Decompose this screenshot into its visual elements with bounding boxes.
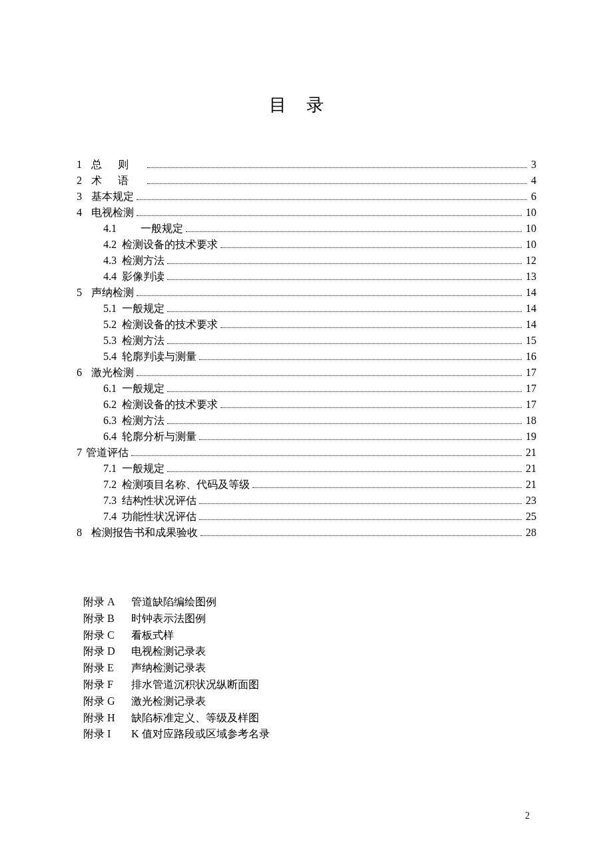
toc-leader-dots <box>167 471 522 472</box>
toc-entry: 4电视检测10 <box>77 205 536 221</box>
toc-leader-dots <box>137 375 522 376</box>
toc-entry-number: 2 <box>77 173 86 189</box>
toc-entry-number: 8 <box>77 525 86 541</box>
appendix-entry: 附录 H缺陷标准定义、等级及样图 <box>83 710 536 727</box>
toc-leader-dots <box>199 359 522 360</box>
appendix-entry: 附录 G激光检测记录表 <box>83 693 536 710</box>
toc-entry-number: 6.3 <box>103 413 117 429</box>
toc-entry-label: 总则 <box>91 157 145 173</box>
toc-leader-dots <box>137 215 522 216</box>
toc-entry-page: 10 <box>524 221 536 237</box>
appendix-entry-label: 附录 E <box>83 660 131 677</box>
toc-entry-number: 7.2 <box>103 477 117 493</box>
toc-leader-dots <box>221 327 522 328</box>
toc-entry-number: 3 <box>77 189 86 205</box>
toc-leader-dots <box>137 295 522 296</box>
toc-entry: 7.4功能性状况评估25 <box>77 509 536 525</box>
toc-entry-label: 术语 <box>91 173 145 189</box>
toc-entry: 8检测报告书和成果验收28 <box>77 525 536 541</box>
appendix-entry-label: 附录 B <box>83 611 131 627</box>
toc-entry-page: 14 <box>524 285 536 301</box>
toc-entry-page: 15 <box>524 333 536 349</box>
toc-entry-page: 4 <box>530 173 536 189</box>
appendix-entry: 附录 F排水管道沉积状况纵断面图 <box>83 677 536 693</box>
toc-entry-page: 19 <box>524 429 536 445</box>
toc-entry: 4.1一般规定10 <box>77 221 536 237</box>
toc-entry: 2术语4 <box>77 173 536 189</box>
toc-leader-dots <box>186 231 522 232</box>
toc-entry: 6激光检测17 <box>77 365 536 381</box>
appendix-entry-label: 附录 D <box>83 643 131 660</box>
toc-entry-label: 结构性状况评估 <box>122 493 197 509</box>
toc-entry-label: 轮廓判读与测量 <box>122 349 197 365</box>
toc-entry: 6.1一般规定17 <box>77 381 536 397</box>
toc-entry-number: 4.1 <box>103 221 135 237</box>
appendix-entry: 附录 E声纳检测记录表 <box>83 660 536 677</box>
toc-entry-page: 21 <box>524 461 536 477</box>
toc-entry: 5声纳检测14 <box>77 285 536 301</box>
toc-entry-number: 6.2 <box>103 397 117 413</box>
toc-leader-dots <box>221 247 522 248</box>
toc-entry-page: 3 <box>530 157 536 173</box>
toc-entry-number: 5.3 <box>103 333 117 349</box>
toc-entry-label: 一般规定 <box>122 301 165 317</box>
toc-entry-label: 检测方法 <box>122 253 165 269</box>
toc-entry-number: 6.1 <box>103 381 117 397</box>
appendix-entry: 附录 IK 值对应路段或区域参考名录 <box>83 726 536 743</box>
toc-leader-dots <box>167 311 522 312</box>
toc-entry-number: 7.3 <box>103 493 117 509</box>
appendix-entry: 附录 C看板式样 <box>83 627 536 644</box>
toc-leader-dots <box>167 423 522 424</box>
toc-entry-number: 5.2 <box>103 317 117 333</box>
toc-entry-page: 28 <box>524 525 536 541</box>
toc-leader-dots <box>147 167 527 168</box>
toc-entry-number: 1 <box>77 157 86 173</box>
toc-entry: 4.4影像判读13 <box>77 269 536 285</box>
toc-entry-page: 17 <box>524 397 536 413</box>
toc-entry-page: 14 <box>524 301 536 317</box>
toc-entry-number: 7 <box>77 445 86 461</box>
appendix-entry: 附录 A管道缺陷编绘图例 <box>83 594 536 611</box>
toc-leader-dots <box>199 519 522 520</box>
appendix-entry-label: 附录 A <box>83 594 131 611</box>
toc-entry-number: 7.1 <box>103 461 117 477</box>
toc-entry: 6.2检测设备的技术要求17 <box>77 397 536 413</box>
toc-entry-label: 管道评估 <box>86 445 129 461</box>
toc-entry: 6.4轮廓分析与测量19 <box>77 429 536 445</box>
toc-leader-dots <box>199 503 522 504</box>
toc-entry-label: 检测设备的技术要求 <box>122 317 218 333</box>
toc-entry: 7.2检测项目名称、代码及等级21 <box>77 477 536 493</box>
toc-leader-dots <box>131 455 522 456</box>
appendix-entry-title: 声纳检测记录表 <box>131 660 536 677</box>
appendix-entry: 附录 D电视检测记录表 <box>83 643 536 660</box>
toc-entry: 4.3检测方法12 <box>77 253 536 269</box>
toc-entry: 7.1一般规定21 <box>77 461 536 477</box>
toc-entry-page: 17 <box>524 365 536 381</box>
toc-entry-label: 检测方法 <box>122 413 165 429</box>
toc-entry-label: 检测设备的技术要求 <box>122 237 218 253</box>
appendix-entry-title: 时钟表示法图例 <box>131 611 536 627</box>
toc-entry-page: 12 <box>524 253 536 269</box>
toc-entry-label: 一般规定 <box>122 461 165 477</box>
appendix-entry-label: 附录 G <box>83 693 131 710</box>
toc-leader-dots <box>137 199 527 200</box>
toc-leader-dots <box>147 183 527 184</box>
toc-entry-page: 6 <box>530 189 536 205</box>
appendix-entry-label: 附录 F <box>83 677 131 693</box>
toc-leader-dots <box>167 263 522 264</box>
toc-entry-label: 检测方法 <box>122 333 165 349</box>
toc-entry-label: 激光检测 <box>91 365 134 381</box>
toc-leader-dots <box>221 407 522 408</box>
appendix-entry-label: 附录 I <box>83 726 131 743</box>
toc-entry: 3基本规定6 <box>77 189 536 205</box>
document-page: 目录 1总则32术语43基本规定64电视检测104.1一般规定104.2检测设备… <box>0 0 613 743</box>
appendix-entry: 附录 B时钟表示法图例 <box>83 611 536 627</box>
toc-entry-number: 4 <box>77 205 86 221</box>
toc-entry-label: 基本规定 <box>91 189 134 205</box>
page-number: 2 <box>525 811 530 821</box>
toc-entry-page: 21 <box>524 477 536 493</box>
toc-entry: 5.1一般规定14 <box>77 301 536 317</box>
appendix-entry-title: K 值对应路段或区域参考名录 <box>131 726 536 743</box>
appendix-entry-label: 附录 H <box>83 710 131 727</box>
toc-entry-number: 4.3 <box>103 253 117 269</box>
